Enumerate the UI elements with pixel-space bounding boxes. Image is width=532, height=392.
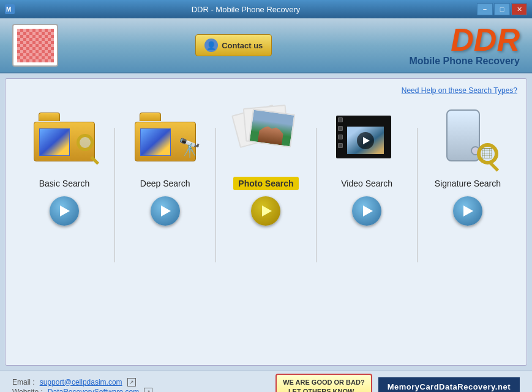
play-triangle-2 [161,205,171,216]
restore-button[interactable]: □ [494,3,510,15]
footer: Email : support@cellpdasim.com ↗ Website… [0,371,532,392]
search-item-photo[interactable]: Photo Search [223,103,309,226]
divider-1 [114,128,115,262]
svg-text:M: M [6,6,11,13]
footer-brand: MemoryCardDataRecovery.net [378,377,520,392]
divider-3 [316,128,317,262]
play-triangle-4 [363,205,373,216]
footer-links: Email : support@cellpdasim.com ↗ Website… [12,378,152,393]
folder-with-magnifier [34,113,95,161]
binoculars-icon: 🔭 [178,137,201,158]
email-external-icon[interactable]: ↗ [127,378,136,386]
film-image-area [347,127,384,154]
signature-search-play-button[interactable] [453,196,482,226]
divider-2 [215,128,216,262]
website-row: Website : DataRecoverySoftware.com ↗ [12,388,152,393]
basic-search-icon [31,103,98,171]
logo-checkerboard [17,29,54,62]
basic-search-play-button[interactable] [50,196,79,226]
brand-subtitle: Mobile Phone Recovery [409,56,520,67]
website-label: Website : [12,388,43,393]
video-search-label: Video Search [336,177,397,190]
phone-with-magnifier [434,106,501,168]
magnifier-glass [77,134,94,151]
signature-search-label: Signature Search [430,177,506,190]
folder-image [39,128,70,156]
phone-magnifier-glass [477,143,498,165]
deep-search-play-button[interactable] [151,196,180,226]
film-play-overlay [357,132,374,149]
website-link[interactable]: DataRecoverySoftware.com [48,388,139,393]
film-hole [338,126,343,131]
feedback-line2: LET OTHERS KNOW... [283,387,364,393]
photo-search-label: Photo Search [233,177,298,190]
photo-card-3 [249,108,296,147]
contact-button[interactable]: 👤 Contact us [195,34,272,56]
contact-label: Contact us [222,41,263,50]
film-strip [333,109,400,165]
window-controls: − □ ✕ [477,3,527,15]
play-triangle-5 [463,205,473,216]
brand-area: DDR Mobile Phone Recovery [409,24,520,67]
website-external-icon[interactable]: ↗ [144,388,152,393]
deep-search-label: Deep Search [135,177,195,190]
search-item-basic[interactable]: Basic Search [21,103,107,226]
photo-search-play-button[interactable] [251,196,280,226]
photo-people [250,110,294,147]
phone-magnifier-handle [489,161,499,171]
folder-with-binoculars: 🔭 [135,113,196,161]
brand-ddr-text: DDR [409,24,520,56]
divider-4 [417,128,418,262]
search-item-signature[interactable]: Signature Search [425,103,511,226]
play-triangle [60,205,70,216]
help-link[interactable]: Need Help on these Search Types? [402,86,517,95]
feedback-line1: WE ARE GOOD OR BAD? [283,378,364,386]
phone-magnifier [477,143,498,165]
email-link[interactable]: support@cellpdasim.com [40,378,122,386]
window-title: DDR - Mobile Phone Recovery [15,5,477,14]
folder-image-2 [140,128,171,156]
title-bar: M DDR - Mobile Phone Recovery − □ ✕ [0,0,532,18]
video-search-icon [333,103,400,171]
photo-search-icon [232,103,299,171]
close-button[interactable]: ✕ [511,3,527,15]
email-row: Email : support@cellpdasim.com ↗ [12,378,152,386]
search-grid: Basic Search 🔭 Deep Search [12,103,520,262]
search-item-deep[interactable]: 🔭 Deep Search [122,103,208,226]
film-holes-left [336,116,345,150]
magnifier-circuit [482,148,492,158]
film-hole [338,143,343,148]
contact-area: 👤 Contact us [195,34,272,56]
app-icon: M [5,4,15,14]
folder-tab [39,113,60,121]
feedback-button[interactable]: WE ARE GOOD OR BAD? LET OTHERS KNOW... [275,374,372,392]
main-area: Need Help on these Search Types? [5,78,527,366]
photo-stack [232,106,299,168]
signature-search-icon [434,103,501,171]
minimize-button[interactable]: − [477,3,493,15]
header: 👤 Contact us DDR Mobile Phone Recovery [0,18,532,73]
film-hole [338,135,343,139]
basic-search-label: Basic Search [34,177,94,190]
video-search-play-button[interactable] [352,196,381,226]
contact-icon: 👤 [204,39,218,52]
email-label: Email : [12,378,35,386]
deep-search-icon: 🔭 [132,103,199,171]
phone-body [446,109,480,161]
photo-silhouette [250,122,293,146]
folder-image-inner [40,129,69,155]
folder-image-inner-2 [141,129,170,155]
logo-box [12,24,58,67]
play-triangle-3 [262,205,272,216]
film-body [336,116,391,158]
film-play-triangle [363,137,370,144]
folder-tab-2 [140,113,161,121]
film-hole [338,117,343,122]
magnifier [77,134,101,158]
search-item-video[interactable]: Video Search [324,103,410,226]
